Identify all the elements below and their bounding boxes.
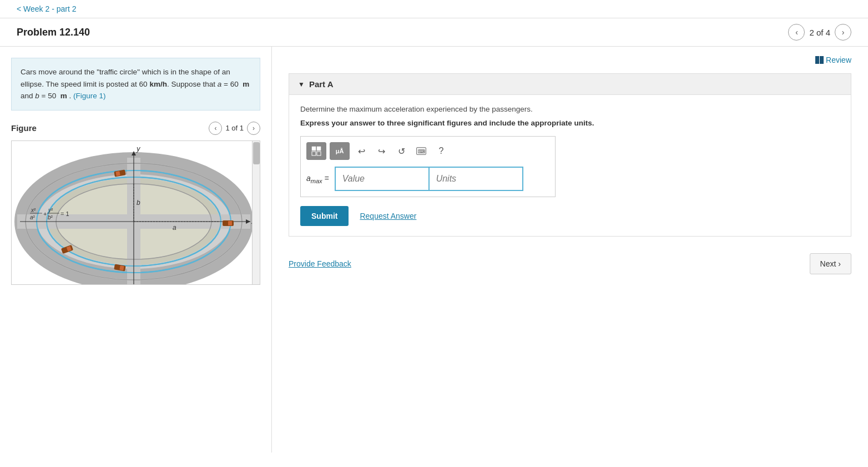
- svg-text:a: a: [173, 224, 176, 232]
- part-a-title: Part A: [309, 79, 334, 89]
- figure-title: Figure: [11, 123, 37, 133]
- svg-rect-39: [119, 265, 124, 270]
- right-panel: Review ▼ Part A Determine the maximum ac…: [272, 47, 868, 453]
- next-label: Next: [820, 259, 836, 268]
- figure-page-info: 1 of 1: [225, 124, 244, 132]
- svg-text:= 1: = 1: [60, 210, 69, 217]
- help-button[interactable]: ?: [433, 143, 450, 159]
- figure-container: y x x² a² + y²: [11, 140, 260, 285]
- review-link[interactable]: Review: [815, 56, 851, 64]
- keyboard-icon: ⌨: [416, 147, 426, 155]
- part-a-instruction: Express your answer to three significant…: [300, 119, 840, 127]
- svg-rect-41: [317, 147, 321, 150]
- keyboard-button[interactable]: ⌨: [413, 143, 430, 159]
- action-row: Submit Request Answer: [300, 206, 840, 226]
- figure-scroll-thumb: [253, 142, 260, 164]
- back-link[interactable]: Week 2 - part 2: [17, 4, 77, 13]
- units-input[interactable]: [429, 167, 523, 191]
- bottom-row: Provide Feedback Next ›: [289, 253, 851, 274]
- next-button[interactable]: Next ›: [810, 253, 851, 274]
- figure-link[interactable]: (Figure 1): [73, 92, 106, 100]
- svg-text:+: +: [43, 210, 47, 217]
- redo-button[interactable]: ↪: [373, 143, 390, 159]
- figure-scrollbar[interactable]: [252, 141, 260, 284]
- part-a-chevron: ▼: [298, 81, 305, 88]
- problem-title: Problem 12.140: [17, 27, 90, 38]
- left-panel: Cars move around the "traffic circle" wh…: [0, 47, 272, 453]
- figure-svg: y x x² a² + y²: [12, 141, 260, 285]
- svg-text:b: b: [137, 199, 140, 207]
- svg-text:a²: a²: [30, 214, 36, 220]
- input-row: amax =: [306, 167, 549, 191]
- svg-text:x²: x²: [31, 207, 36, 213]
- grid-button[interactable]: [306, 142, 326, 160]
- part-a-section: ▼ Part A Determine the maximum accelerat…: [289, 73, 851, 237]
- figure-prev-button[interactable]: ‹: [209, 122, 222, 135]
- refresh-button[interactable]: ↺: [393, 143, 410, 159]
- figure-header: Figure ‹ 1 of 1 ›: [11, 122, 260, 135]
- svg-rect-40: [312, 147, 316, 150]
- next-chevron-icon: ›: [838, 259, 841, 268]
- input-label: amax =: [306, 174, 329, 184]
- page-info: 2 of 4: [809, 28, 830, 37]
- toolbar: μÅ ↩ ↪ ↺ ⌨ ?: [306, 142, 549, 160]
- svg-rect-43: [317, 152, 321, 155]
- figure-next-button[interactable]: ›: [247, 122, 260, 135]
- svg-rect-42: [312, 152, 316, 155]
- svg-rect-35: [228, 221, 232, 225]
- submit-button[interactable]: Submit: [300, 206, 349, 226]
- part-a-question: Determine the maximum acceleration exper…: [300, 105, 840, 113]
- review-icon: [815, 56, 824, 64]
- part-a-body: Determine the maximum acceleration exper…: [289, 95, 851, 236]
- input-subscript: max: [311, 177, 322, 184]
- svg-rect-33: [115, 171, 120, 176]
- svg-text:y: y: [136, 144, 141, 153]
- mu-button[interactable]: μÅ: [330, 142, 350, 160]
- part-a-header[interactable]: ▼ Part A: [289, 74, 851, 95]
- undo-button[interactable]: ↩: [353, 143, 370, 159]
- feedback-link[interactable]: Provide Feedback: [289, 259, 351, 268]
- request-answer-link[interactable]: Request Answer: [360, 212, 416, 220]
- grid-icon: [311, 146, 321, 156]
- figure-pagination: ‹ 1 of 1 ›: [209, 122, 260, 135]
- answer-box: μÅ ↩ ↪ ↺ ⌨ ? amax =: [300, 136, 556, 197]
- prev-page-button[interactable]: ‹: [788, 24, 805, 41]
- svg-text:y²: y²: [48, 207, 53, 213]
- svg-text:b²: b²: [48, 214, 53, 220]
- problem-description: Cars move around the "traffic circle" wh…: [11, 58, 260, 111]
- next-page-button[interactable]: ›: [835, 24, 851, 41]
- value-input[interactable]: [335, 167, 429, 191]
- pagination: ‹ 2 of 4 ›: [788, 24, 851, 41]
- review-label: Review: [826, 56, 851, 64]
